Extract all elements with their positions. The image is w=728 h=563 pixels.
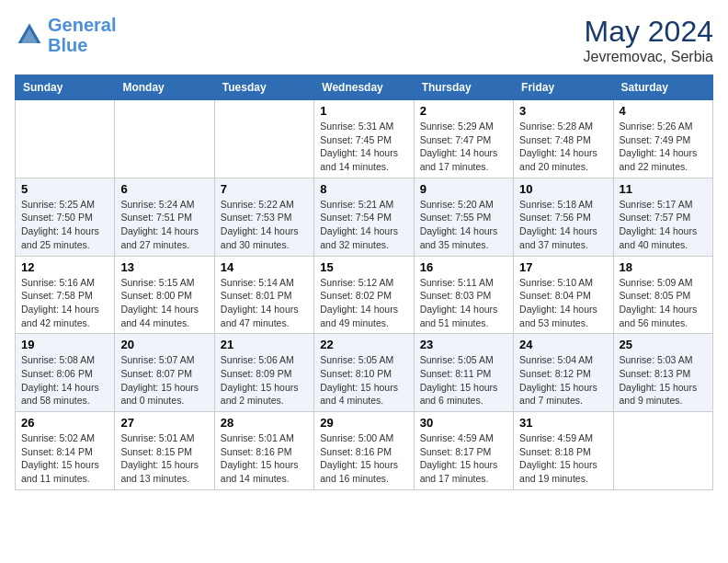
calendar-cell: 14Sunrise: 5:14 AMSunset: 8:01 PMDayligh…: [214, 256, 313, 334]
day-info: Sunrise: 5:07 AMSunset: 8:07 PMDaylight:…: [120, 353, 208, 408]
day-number: 4: [620, 104, 707, 118]
calendar-cell: 16Sunrise: 5:11 AMSunset: 8:03 PMDayligh…: [414, 256, 513, 334]
day-number: 24: [519, 338, 607, 351]
calendar-table: SundayMondayTuesdayWednesdayThursdayFrid…: [15, 75, 713, 490]
day-number: 31: [519, 416, 607, 430]
calendar-week-row: 1Sunrise: 5:31 AMSunset: 7:45 PMDaylight…: [16, 100, 713, 178]
day-number: 2: [420, 104, 507, 118]
day-number: 18: [620, 260, 707, 274]
location: Jevremovac, Serbia: [584, 49, 713, 65]
day-info: Sunrise: 5:03 AMSunset: 8:13 PMDaylight:…: [620, 353, 707, 408]
calendar-header-wednesday: Wednesday: [314, 75, 414, 100]
calendar-cell: 28Sunrise: 5:01 AMSunset: 8:16 PMDayligh…: [214, 412, 313, 490]
calendar-cell: 12Sunrise: 5:16 AMSunset: 7:58 PMDayligh…: [16, 256, 115, 334]
calendar-week-row: 12Sunrise: 5:16 AMSunset: 7:58 PMDayligh…: [16, 256, 713, 334]
day-number: 10: [519, 182, 607, 196]
calendar-cell: 20Sunrise: 5:07 AMSunset: 8:07 PMDayligh…: [115, 334, 214, 412]
day-number: 13: [120, 260, 208, 274]
calendar-cell: 31Sunrise: 4:59 AMSunset: 8:18 PMDayligh…: [514, 412, 613, 490]
day-info: Sunrise: 5:09 AMSunset: 8:05 PMDaylight:…: [620, 276, 707, 330]
day-info: Sunrise: 5:26 AMSunset: 7:49 PMDaylight:…: [620, 120, 707, 174]
logo-line2: Blue: [48, 35, 87, 55]
day-info: Sunrise: 5:01 AMSunset: 8:15 PMDaylight:…: [120, 431, 208, 486]
calendar-cell: 2Sunrise: 5:29 AMSunset: 7:47 PMDaylight…: [414, 100, 513, 178]
day-number: 8: [320, 182, 407, 196]
calendar-header-tuesday: Tuesday: [214, 75, 313, 100]
calendar-cell: 1Sunrise: 5:31 AMSunset: 7:45 PMDaylight…: [314, 100, 414, 178]
calendar-cell: [115, 100, 214, 178]
logo-line1: General: [48, 15, 116, 35]
day-info: Sunrise: 5:25 AMSunset: 7:50 PMDaylight:…: [21, 198, 108, 252]
calendar-cell: 25Sunrise: 5:03 AMSunset: 8:13 PMDayligh…: [613, 334, 712, 412]
day-info: Sunrise: 5:04 AMSunset: 8:12 PMDaylight:…: [519, 353, 607, 408]
calendar-cell: 10Sunrise: 5:18 AMSunset: 7:56 PMDayligh…: [514, 178, 613, 256]
day-number: 17: [519, 260, 607, 274]
calendar-header-saturday: Saturday: [613, 75, 712, 100]
calendar-cell: 19Sunrise: 5:08 AMSunset: 8:06 PMDayligh…: [16, 334, 115, 412]
day-info: Sunrise: 5:28 AMSunset: 7:48 PMDaylight:…: [519, 120, 607, 174]
calendar-week-row: 26Sunrise: 5:02 AMSunset: 8:14 PMDayligh…: [16, 412, 713, 490]
logo: General Blue: [15, 15, 116, 55]
calendar-cell: 23Sunrise: 5:05 AMSunset: 8:11 PMDayligh…: [414, 334, 513, 412]
calendar-cell: 8Sunrise: 5:21 AMSunset: 7:54 PMDaylight…: [314, 178, 414, 256]
day-number: 9: [420, 182, 507, 196]
day-info: Sunrise: 5:10 AMSunset: 8:04 PMDaylight:…: [519, 276, 607, 330]
day-info: Sunrise: 5:20 AMSunset: 7:55 PMDaylight:…: [420, 198, 507, 252]
day-info: Sunrise: 5:22 AMSunset: 7:53 PMDaylight:…: [221, 198, 308, 252]
day-info: Sunrise: 5:05 AMSunset: 8:11 PMDaylight:…: [420, 353, 507, 408]
day-info: Sunrise: 5:29 AMSunset: 7:47 PMDaylight:…: [420, 120, 507, 174]
day-number: 7: [221, 182, 308, 196]
day-info: Sunrise: 5:21 AMSunset: 7:54 PMDaylight:…: [320, 198, 407, 252]
calendar-cell: 7Sunrise: 5:22 AMSunset: 7:53 PMDaylight…: [214, 178, 313, 256]
calendar-cell: 17Sunrise: 5:10 AMSunset: 8:04 PMDayligh…: [514, 256, 613, 334]
calendar-cell: [613, 412, 712, 490]
calendar-cell: 30Sunrise: 4:59 AMSunset: 8:17 PMDayligh…: [414, 412, 513, 490]
day-number: 6: [120, 182, 208, 196]
calendar-cell: 29Sunrise: 5:00 AMSunset: 8:16 PMDayligh…: [314, 412, 414, 490]
calendar-cell: 11Sunrise: 5:17 AMSunset: 7:57 PMDayligh…: [613, 178, 712, 256]
day-info: Sunrise: 5:24 AMSunset: 7:51 PMDaylight:…: [120, 198, 208, 252]
calendar-cell: 15Sunrise: 5:12 AMSunset: 8:02 PMDayligh…: [314, 256, 414, 334]
day-info: Sunrise: 5:06 AMSunset: 8:09 PMDaylight:…: [221, 353, 308, 408]
logo-icon: [15, 20, 44, 50]
page-header: General Blue May 2024 Jevremovac, Serbia: [15, 15, 713, 65]
day-number: 1: [320, 104, 407, 118]
day-number: 22: [320, 338, 407, 351]
calendar-cell: 9Sunrise: 5:20 AMSunset: 7:55 PMDaylight…: [414, 178, 513, 256]
day-info: Sunrise: 5:05 AMSunset: 8:10 PMDaylight:…: [320, 353, 407, 408]
day-number: 3: [519, 104, 607, 118]
day-number: 21: [221, 338, 308, 351]
day-info: Sunrise: 5:12 AMSunset: 8:02 PMDaylight:…: [320, 276, 407, 330]
day-info: Sunrise: 5:16 AMSunset: 7:58 PMDaylight:…: [21, 276, 108, 330]
calendar-cell: 5Sunrise: 5:25 AMSunset: 7:50 PMDaylight…: [16, 178, 115, 256]
calendar-week-row: 19Sunrise: 5:08 AMSunset: 8:06 PMDayligh…: [16, 334, 713, 412]
day-number: 19: [21, 338, 108, 351]
day-number: 15: [320, 260, 407, 274]
day-number: 11: [620, 182, 707, 196]
logo-text: General Blue: [48, 15, 116, 55]
calendar-cell: [16, 100, 115, 178]
day-number: 26: [21, 416, 108, 430]
day-info: Sunrise: 5:00 AMSunset: 8:16 PMDaylight:…: [320, 431, 407, 486]
day-number: 14: [221, 260, 308, 274]
day-number: 28: [221, 416, 308, 430]
calendar-cell: [214, 100, 313, 178]
day-info: Sunrise: 4:59 AMSunset: 8:17 PMDaylight:…: [420, 431, 507, 486]
calendar-cell: 4Sunrise: 5:26 AMSunset: 7:49 PMDaylight…: [613, 100, 712, 178]
day-info: Sunrise: 5:14 AMSunset: 8:01 PMDaylight:…: [221, 276, 308, 330]
day-info: Sunrise: 5:02 AMSunset: 8:14 PMDaylight:…: [21, 431, 108, 486]
calendar-header-friday: Friday: [514, 75, 613, 100]
day-info: Sunrise: 5:17 AMSunset: 7:57 PMDaylight:…: [620, 198, 707, 252]
day-info: Sunrise: 5:08 AMSunset: 8:06 PMDaylight:…: [21, 353, 108, 408]
day-info: Sunrise: 4:59 AMSunset: 8:18 PMDaylight:…: [519, 431, 607, 486]
calendar-cell: 22Sunrise: 5:05 AMSunset: 8:10 PMDayligh…: [314, 334, 414, 412]
calendar-header-sunday: Sunday: [16, 75, 115, 100]
calendar-header-thursday: Thursday: [414, 75, 513, 100]
calendar-cell: 26Sunrise: 5:02 AMSunset: 8:14 PMDayligh…: [16, 412, 115, 490]
day-number: 12: [21, 260, 108, 274]
day-number: 16: [420, 260, 507, 274]
day-number: 23: [420, 338, 507, 351]
day-number: 5: [21, 182, 108, 196]
calendar-cell: 27Sunrise: 5:01 AMSunset: 8:15 PMDayligh…: [115, 412, 214, 490]
day-info: Sunrise: 5:15 AMSunset: 8:00 PMDaylight:…: [120, 276, 208, 330]
